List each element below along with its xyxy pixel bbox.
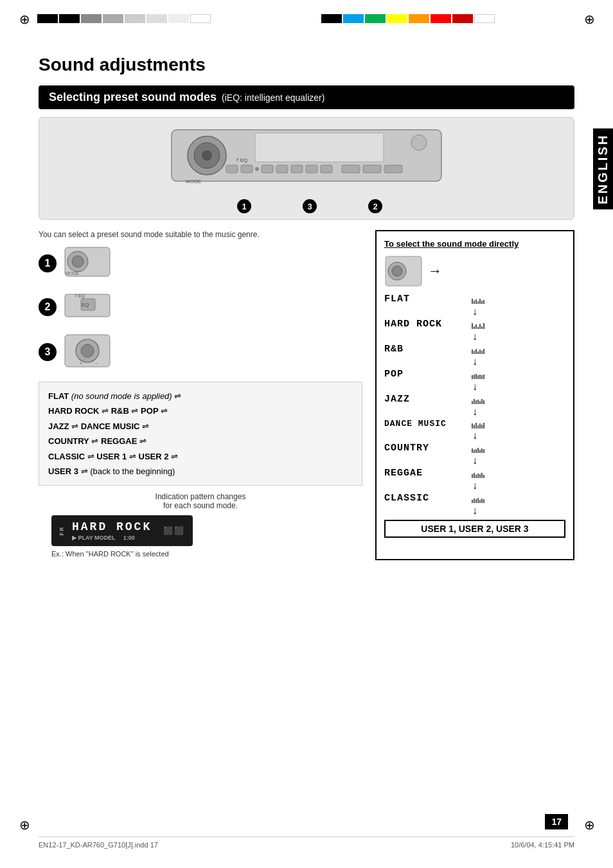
svg-text:+: +: [80, 361, 82, 366]
step-2-illus: 7 EQ EQ: [62, 291, 113, 320]
mode-rnb: R&B: [384, 344, 565, 355]
svg-rect-14: [321, 165, 332, 173]
svg-rect-13: [306, 165, 317, 173]
right-knob-illus: [384, 255, 423, 287]
svg-rect-10: [262, 165, 273, 173]
section-header-sub: (iEQ: intelligent equalizer): [222, 93, 324, 103]
svg-point-6: [411, 135, 427, 150]
mode-cycle-box: FLAT (no sound mode is applied) ⇌ HARD R…: [39, 382, 362, 486]
section-header-main: Selecting preset sound modes: [49, 91, 217, 104]
step-3-row: 3 + −: [39, 332, 362, 373]
svg-text:EQ: EQ: [82, 302, 89, 308]
step-3-illus: + −: [62, 332, 113, 370]
svg-rect-7: [226, 165, 238, 173]
svg-text:7 EQ: 7 EQ: [236, 157, 247, 163]
mode-flat: FLAT: [384, 294, 565, 305]
section-header: Selecting preset sound modes (iEQ: intel…: [39, 85, 574, 109]
footer-right: 10/6/04, 4:15:41 PM: [511, 841, 574, 849]
indication-text: Indication pattern changesfor each sound…: [39, 492, 362, 510]
page-number: 17: [545, 814, 568, 829]
right-col-title: To select the sound mode directly: [384, 239, 565, 249]
device-num-3: 3: [303, 199, 317, 213]
svg-rect-11: [276, 165, 288, 173]
step-2-row: 2 7 EQ EQ: [39, 291, 362, 323]
hard-rock-display: FM HARD ROCK ▶ PLAY MODEL 1:00 ⬛⬛: [51, 515, 193, 546]
mode-country: COUNTRY: [384, 443, 565, 454]
mode-hard-rock: HARD ROCK: [384, 319, 565, 330]
svg-rect-5: [255, 133, 384, 162]
footer-left: EN12-17_KD-AR760_G710[J].indd 17: [39, 841, 158, 849]
crosshair-bottom-left: ⊕: [19, 817, 30, 833]
svg-rect-15: [342, 165, 360, 173]
device-num-1: 1: [237, 199, 251, 213]
mode-classic: CLASSIC: [384, 493, 565, 504]
svg-point-22: [72, 256, 84, 267]
sound-modes-list: FLAT ↓ HARD ROCK: [384, 294, 565, 538]
right-col: To select the sound mode directly → FLAT: [375, 230, 574, 560]
mode-dance-music: DANCE MUSIC: [384, 419, 565, 429]
mode-users: USER 1, USER 2, USER 3: [384, 520, 565, 538]
svg-text:7 EQ: 7 EQ: [75, 294, 85, 299]
footer: EN12-17_KD-AR760_G710[J].indd 17 10/6/04…: [39, 837, 574, 849]
english-sidebar: ENGLISH: [593, 128, 613, 209]
svg-rect-8: [241, 165, 253, 173]
step-3-circle: 3: [39, 343, 57, 361]
svg-point-9: [255, 167, 259, 171]
svg-point-30: [81, 344, 94, 357]
crosshair-top-right: ⊕: [584, 12, 595, 27]
device-num-2: 2: [368, 199, 382, 213]
svg-text:MODE: MODE: [186, 179, 201, 184]
device-image: JVC MODE: [39, 117, 574, 220]
svg-rect-16: [363, 165, 381, 173]
body-text: You can select a preset sound mode suita…: [39, 230, 362, 239]
svg-rect-17: [384, 165, 402, 173]
svg-text:MODE: MODE: [66, 271, 79, 276]
step-1-row: 1 MODE: [39, 244, 362, 282]
mode-reggae: REGGAE: [384, 468, 565, 479]
svg-text:−: −: [95, 361, 98, 366]
mode-pop: POP: [384, 369, 565, 380]
mode-jazz: JAZZ: [384, 394, 565, 405]
step-1-illus: MODE: [62, 244, 113, 279]
svg-point-35: [392, 266, 402, 276]
page-title: Sound adjustments: [39, 55, 574, 75]
device-svg: JVC MODE: [152, 123, 461, 194]
step-1-circle: 1: [39, 254, 57, 272]
step-2-circle: 2: [39, 298, 57, 316]
crosshair-bottom-right: ⊕: [584, 817, 595, 833]
example-label: Ex.: When "HARD ROCK" is selected: [51, 550, 362, 558]
svg-point-3: [202, 150, 212, 161]
color-bar-left: [37, 14, 211, 23]
color-bar-right: [321, 14, 495, 23]
crosshair-top-left: ⊕: [19, 12, 30, 27]
svg-rect-12: [291, 165, 303, 173]
